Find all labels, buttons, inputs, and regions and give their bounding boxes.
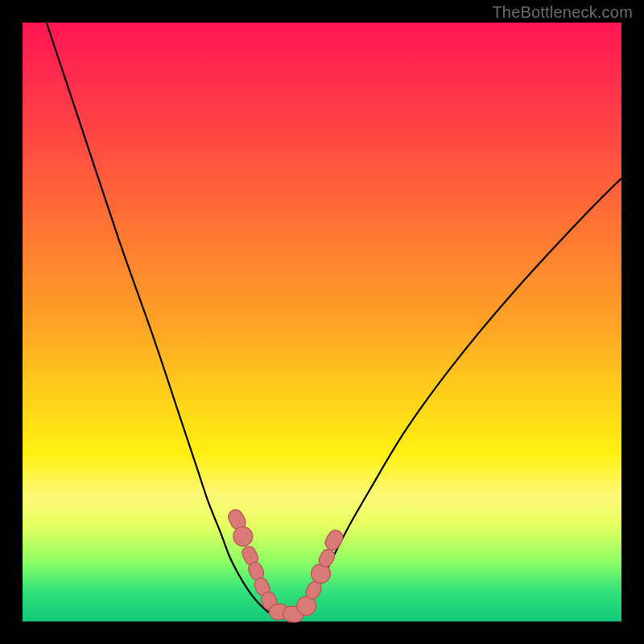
- marker-pill: [323, 527, 345, 552]
- curve-layer: [23, 23, 621, 621]
- marker-group: [226, 507, 345, 622]
- plot-area: [23, 23, 621, 621]
- watermark-text: TheBottleneck.com: [492, 3, 633, 22]
- right-curve: [298, 178, 621, 615]
- marker-dot: [233, 527, 253, 547]
- chart-frame: TheBottleneck.com: [0, 0, 644, 644]
